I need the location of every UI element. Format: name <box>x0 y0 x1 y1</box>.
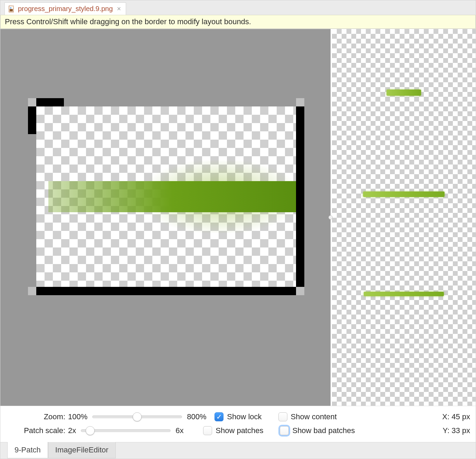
file-tab-title: progress_primary_styled.9.png <box>18 5 113 13</box>
checkbox-icon <box>280 426 289 435</box>
patch-scale-slider-thumb[interactable] <box>86 426 95 435</box>
nine-patch-content-right[interactable] <box>296 106 304 287</box>
close-tab-icon[interactable]: × <box>117 5 121 13</box>
patch-scale-label: Patch scale: <box>6 426 68 435</box>
tab-image-file-editor[interactable]: ImageFileEditor <box>48 442 116 458</box>
preview-sample-small <box>387 90 421 96</box>
nine-patch-corner <box>296 287 304 295</box>
patch-scale-max-label: 6x <box>175 426 203 435</box>
preview-sample-medium <box>363 191 445 197</box>
hint-bar: Press Control/Shift while dragging on th… <box>0 15 476 29</box>
nine-patch-stretch-left[interactable] <box>28 106 36 134</box>
show-patches-label: Show patches <box>216 426 263 435</box>
show-lock-label: Show lock <box>227 412 261 421</box>
nine-patch-corner <box>28 98 36 106</box>
zoom-min-label: 100% <box>68 412 87 421</box>
panel-resize-handle[interactable] <box>329 215 333 219</box>
cursor-y-readout: Y: 33 px <box>442 426 470 435</box>
show-bad-patches-checkbox[interactable]: Show bad patches <box>280 426 355 435</box>
editor-main <box>0 29 476 406</box>
nine-patch-corner <box>28 287 36 295</box>
progress-bar-graphic <box>48 181 296 212</box>
show-bad-patches-label: Show bad patches <box>292 426 355 435</box>
checkbox-icon: ✓ <box>215 412 223 421</box>
zoom-max-label: 800% <box>187 412 215 421</box>
nine-patch-canvas[interactable] <box>0 29 331 406</box>
nine-patch-content-bottom[interactable] <box>36 287 296 295</box>
image-file-icon <box>8 5 15 13</box>
controls-panel: Zoom: 100% 800% ✓ Show lock Show content… <box>0 406 476 442</box>
preview-panel <box>331 29 476 406</box>
nine-patch-stretch-top[interactable] <box>36 98 64 106</box>
preview-background <box>332 29 476 406</box>
checkbox-icon <box>203 426 212 435</box>
file-tab[interactable]: progress_primary_styled.9.png × <box>4 2 126 15</box>
checkbox-icon <box>278 412 287 421</box>
show-content-label: Show content <box>291 412 337 421</box>
show-content-checkbox[interactable]: Show content <box>278 412 337 421</box>
zoom-slider-thumb[interactable] <box>133 412 142 421</box>
nine-patch-corner <box>296 98 304 106</box>
file-tabbar: progress_primary_styled.9.png × <box>0 0 476 15</box>
zoom-label: Zoom: <box>6 412 68 421</box>
patch-scale-min-label: 2x <box>68 426 76 435</box>
patch-scale-slider[interactable] <box>81 429 171 432</box>
svg-rect-2 <box>10 9 13 11</box>
bottom-tabbar: 9-Patch ImageFileEditor <box>0 442 476 459</box>
cursor-x-readout: X: 45 px <box>442 412 470 421</box>
show-lock-checkbox[interactable]: ✓ Show lock <box>215 412 261 421</box>
preview-sample-large <box>364 292 444 296</box>
zoom-slider[interactable] <box>92 415 182 418</box>
svg-point-3 <box>10 7 11 9</box>
nine-patch-image[interactable] <box>36 106 296 287</box>
show-patches-checkbox[interactable]: Show patches <box>203 426 263 435</box>
tab-9patch[interactable]: 9-Patch <box>7 442 48 458</box>
